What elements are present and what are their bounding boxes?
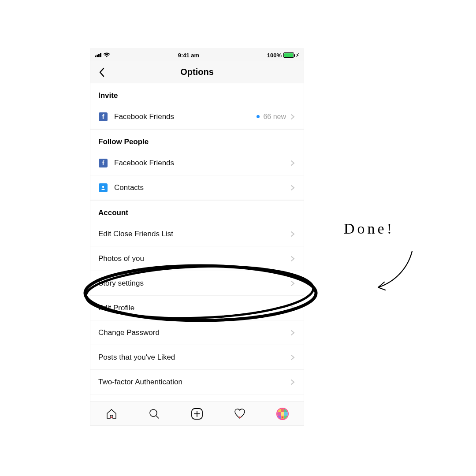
row-trail: 66 new [257, 113, 296, 121]
battery-icon [283, 52, 294, 58]
svg-point-0 [102, 186, 104, 187]
status-time: 9:41 am [178, 52, 199, 59]
settings-content: Invite f Facebook Friends 66 new Follow … [90, 83, 304, 402]
row-label: Photos of you [98, 254, 290, 263]
status-left [95, 52, 110, 58]
annotation-arrow-icon [370, 247, 423, 300]
section-header-follow: Follow People [90, 129, 304, 151]
chevron-left-icon [98, 67, 105, 78]
status-bar: 9:41 am 100% ⚡︎ [90, 49, 304, 61]
row-edit-profile[interactable]: Edit Profile [90, 296, 304, 320]
chevron-right-icon [290, 379, 296, 385]
chevron-right-icon [290, 160, 296, 166]
chevron-right-icon [290, 305, 296, 311]
tab-bar [90, 402, 304, 425]
row-label: Edit Profile [98, 304, 290, 312]
row-photos-of-you[interactable]: Photos of you [90, 246, 304, 271]
nav-header: Options [90, 61, 304, 83]
notification-dot-icon [282, 416, 283, 418]
page-title: Options [90, 67, 304, 77]
back-button[interactable] [96, 66, 108, 78]
row-edit-close-friends[interactable]: Edit Close Friends List [90, 222, 304, 246]
status-right: 100% ⚡︎ [267, 52, 299, 59]
row-label: Facebook Friends [114, 112, 257, 121]
chevron-right-icon [290, 231, 296, 237]
search-icon [148, 408, 160, 420]
charging-bolt-icon: ⚡︎ [296, 52, 299, 58]
notification-dot-icon [239, 416, 241, 418]
tab-activity[interactable] [218, 408, 261, 420]
row-label: Story settings [98, 279, 290, 288]
contacts-icon [98, 183, 108, 193]
battery-text: 100% [267, 52, 282, 59]
tab-add-post[interactable] [176, 407, 219, 420]
notification-dot-icon [111, 416, 112, 418]
chevron-right-icon [290, 354, 296, 361]
facebook-icon: f [98, 158, 108, 168]
row-label: Contacts [114, 183, 290, 192]
svg-line-2 [156, 416, 159, 418]
blue-dot-icon [257, 115, 260, 118]
row-posts-youve-liked[interactable]: Posts that you've Liked [90, 345, 304, 370]
tab-home[interactable] [90, 408, 133, 420]
phone-frame: 9:41 am 100% ⚡︎ Options Invite f Faceboo… [90, 48, 304, 426]
chevron-right-icon [290, 330, 296, 336]
row-label: Two-factor Authentication [98, 378, 290, 387]
wifi-icon [103, 52, 110, 58]
row-two-factor-auth[interactable]: Two-factor Authentication [90, 370, 304, 394]
row-label: Facebook Friends [114, 159, 290, 167]
section-header-account: Account [90, 200, 304, 222]
chevron-right-icon [290, 256, 296, 262]
chevron-right-icon [290, 185, 296, 191]
plus-square-icon [190, 407, 204, 420]
row-follow-contacts[interactable]: Contacts [90, 175, 304, 200]
section-header-invite: Invite [90, 83, 304, 104]
tab-search[interactable] [133, 408, 176, 420]
trail-text: 66 new [263, 113, 286, 121]
tab-profile[interactable] [261, 408, 304, 420]
annotation-done-text: Done! [344, 220, 394, 237]
cellular-signal-icon [95, 53, 101, 57]
row-story-settings[interactable]: Story settings [90, 271, 304, 296]
chevron-right-icon [290, 114, 296, 120]
row-label: Edit Close Friends List [98, 230, 290, 238]
row-change-password[interactable]: Change Password [90, 320, 304, 345]
row-follow-facebook-friends[interactable]: f Facebook Friends [90, 151, 304, 175]
row-invite-facebook-friends[interactable]: f Facebook Friends 66 new [90, 104, 304, 129]
row-label: Change Password [98, 328, 290, 337]
row-label: Posts that you've Liked [98, 353, 290, 362]
facebook-icon: f [98, 112, 108, 122]
chevron-right-icon [290, 280, 296, 286]
